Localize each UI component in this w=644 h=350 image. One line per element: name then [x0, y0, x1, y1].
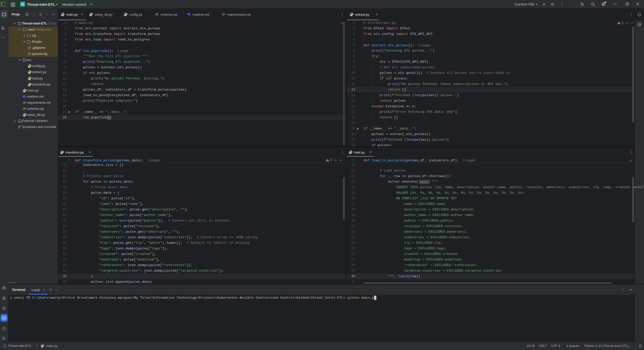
svg-text:PC: PC — [2, 3, 4, 4]
svg-text:M: M — [23, 95, 25, 98]
svg-text:M: M — [187, 13, 190, 16]
svg-text:TE: TE — [21, 3, 24, 6]
